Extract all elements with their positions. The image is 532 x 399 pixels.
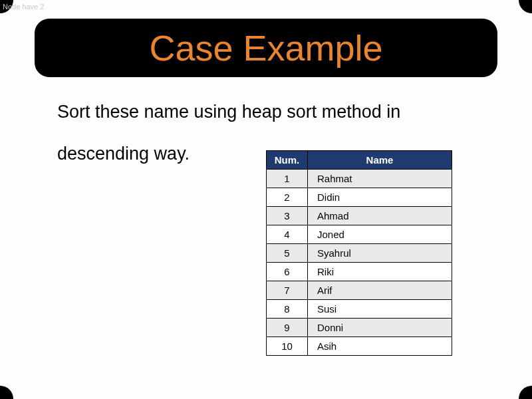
table-row: 7Arif bbox=[267, 281, 452, 300]
table-header-row: Num. Name bbox=[267, 151, 452, 170]
table-cell-num: 7 bbox=[267, 281, 308, 300]
table-cell-name: Ahmad bbox=[308, 207, 452, 225]
table-row: 10Asih bbox=[267, 337, 452, 356]
table-cell-num: 10 bbox=[267, 337, 308, 356]
table-row: 2Didin bbox=[267, 188, 452, 207]
table-cell-num: 1 bbox=[267, 170, 308, 188]
corner-decoration bbox=[519, 386, 532, 399]
corner-decoration bbox=[0, 386, 13, 399]
corner-decoration bbox=[519, 0, 532, 13]
watermark-text: Node have 2 bbox=[3, 3, 44, 11]
table-cell-num: 8 bbox=[267, 300, 308, 319]
table-cell-num: 3 bbox=[267, 207, 308, 225]
table-cell-num: 5 bbox=[267, 244, 308, 263]
table-row: 1Rahmat bbox=[267, 170, 452, 188]
table-cell-num: 6 bbox=[267, 263, 308, 281]
table-cell-name: Arif bbox=[308, 281, 452, 300]
table-row: 6Riki bbox=[267, 263, 452, 281]
table-cell-name: Joned bbox=[308, 225, 452, 244]
table-row: 4Joned bbox=[267, 225, 452, 244]
table-cell-num: 9 bbox=[267, 319, 308, 337]
slide-title: Case Example bbox=[149, 27, 382, 68]
table-row: 5Syahrul bbox=[267, 244, 452, 263]
data-table-container: Num. Name 1Rahmat2Didin3Ahmad4Joned5Syah… bbox=[266, 150, 452, 356]
table-cell-name: Riki bbox=[308, 263, 452, 281]
table-cell-name: Donni bbox=[308, 319, 452, 337]
table-header-num: Num. bbox=[267, 151, 308, 170]
table-row: 3Ahmad bbox=[267, 207, 452, 225]
table-cell-num: 4 bbox=[267, 225, 308, 244]
table-cell-name: Syahrul bbox=[308, 244, 452, 263]
instruction-line-1: Sort these name using heap sort method i… bbox=[57, 98, 492, 126]
table-row: 8Susi bbox=[267, 300, 452, 319]
table-cell-num: 2 bbox=[267, 188, 308, 207]
table-cell-name: Didin bbox=[308, 188, 452, 207]
table-cell-name: Susi bbox=[308, 300, 452, 319]
data-table: Num. Name 1Rahmat2Didin3Ahmad4Joned5Syah… bbox=[266, 150, 452, 356]
table-cell-name: Asih bbox=[308, 337, 452, 356]
table-header-name: Name bbox=[308, 151, 452, 170]
title-bar: Case Example bbox=[35, 19, 497, 77]
table-cell-name: Rahmat bbox=[308, 170, 452, 188]
table-row: 9Donni bbox=[267, 319, 452, 337]
